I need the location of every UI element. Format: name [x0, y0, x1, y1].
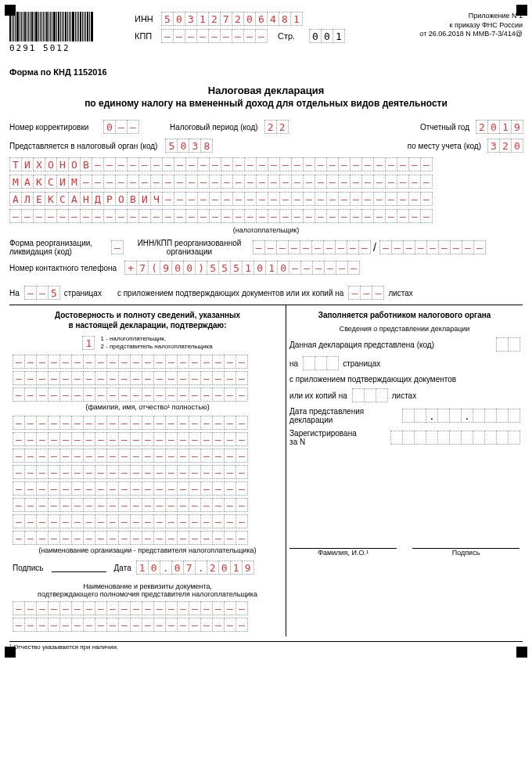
- place-field[interactable]: 320: [487, 139, 523, 153]
- reorg-code-field[interactable]: [111, 240, 123, 254]
- corner-marker: [516, 647, 527, 658]
- taxpayer-label: (налогоплательщик): [9, 226, 523, 234]
- attach-count-field[interactable]: –––: [348, 286, 383, 300]
- correction-field[interactable]: 0––: [103, 120, 138, 134]
- official-sign-line[interactable]: [412, 540, 519, 549]
- signature-line[interactable]: [52, 564, 106, 572]
- who-field[interactable]: 1: [82, 336, 94, 350]
- appendix-note: Приложение N 1 к приказу ФНС России от 2…: [419, 12, 523, 39]
- official-section: Заполняется работником налогового органа…: [286, 305, 523, 636]
- form-code: Форма по КНД 1152016: [9, 67, 523, 77]
- date-label: Дата: [114, 564, 131, 572]
- corner-marker: [5, 647, 16, 658]
- doc-subtitle: по единому налогу на вмененный доход для…: [9, 98, 523, 109]
- corner-marker: [5, 5, 16, 16]
- official-attach-field[interactable]: [352, 388, 387, 402]
- rep-doc-field[interactable]: ––––––––––––––––––––: [13, 601, 282, 615]
- place-label: по месту учета (код): [408, 142, 481, 150]
- reorg-inn-label: ИНН/КПП реорганизованнойорганизации: [131, 239, 248, 256]
- rep-org-field[interactable]: ––––––––––––––––––––: [13, 416, 282, 430]
- page-count-field[interactable]: ––5: [24, 286, 59, 300]
- official-reg-field[interactable]: [390, 431, 519, 445]
- fio-block[interactable]: ТИХОНОВ––––––––––––––––––––––––––––– МАК…: [9, 157, 523, 223]
- rep-fio-field[interactable]: ––––––––––––––––––––: [13, 355, 282, 369]
- inn-field[interactable]: 503127206481: [161, 12, 302, 26]
- doc-title: Налоговая декларация: [9, 85, 523, 96]
- organ-label: Представляется в налоговый орган (код): [9, 142, 157, 150]
- kpp-field[interactable]: –––––––––: [161, 29, 267, 43]
- official-date-field[interactable]: ..: [402, 409, 519, 423]
- organ-field[interactable]: 5038: [165, 139, 212, 153]
- barcode-number: 0291 5012: [9, 43, 111, 53]
- kpp-label: КПП: [135, 31, 161, 41]
- date-field[interactable]: 10.07.2019: [136, 561, 253, 575]
- signature-label: Подпись: [13, 564, 44, 572]
- barcode-block: 0291 5012: [9, 12, 111, 53]
- period-field[interactable]: 22: [264, 120, 288, 134]
- page-label: Стр.: [278, 31, 304, 41]
- barcode-icon: [9, 12, 111, 41]
- inn-label: ИНН: [135, 14, 161, 23]
- year-field[interactable]: 2019: [476, 120, 523, 134]
- reorg-kpp-field[interactable]: –––––––––: [379, 240, 485, 254]
- phone-label: Номер контактного телефона: [9, 264, 117, 272]
- pages-on-label: На: [9, 289, 20, 297]
- confirmation-section: Достоверность и полноту сведений, указан…: [9, 305, 286, 636]
- page-field: 001: [309, 29, 344, 43]
- phone-field[interactable]: +7(900)5551010––––––: [124, 261, 359, 275]
- official-code-field[interactable]: [496, 337, 519, 351]
- official-name-line[interactable]: [289, 540, 397, 549]
- footnote: ¹ Отчество указывается при наличии.: [9, 641, 523, 651]
- reorg-label: Форма реорганизации,ликвидация (код): [9, 239, 111, 256]
- year-label: Отчетный год: [420, 123, 469, 132]
- correction-label: Номер корректировки: [9, 123, 103, 132]
- official-pages-field[interactable]: [303, 356, 338, 370]
- period-label: Налоговый период (код): [170, 123, 258, 132]
- corner-marker: [516, 5, 527, 16]
- reorg-inn-field[interactable]: ––––––––––: [253, 240, 370, 254]
